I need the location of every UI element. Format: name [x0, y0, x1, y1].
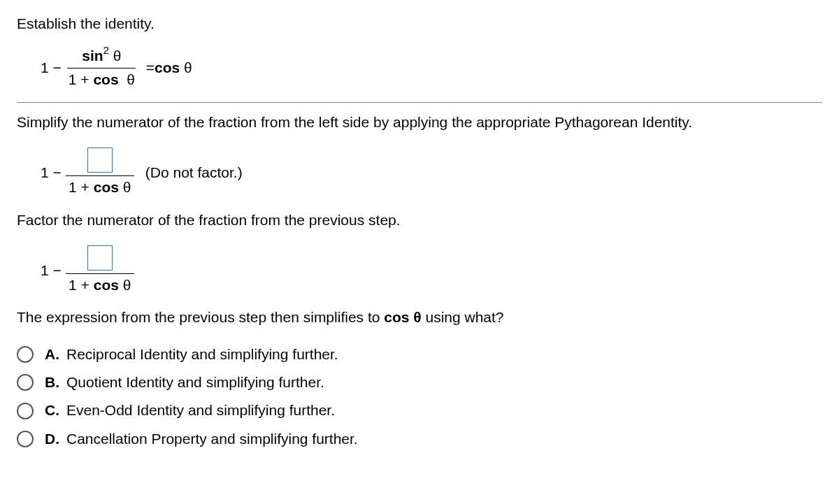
- step2-den-theta: θ: [123, 277, 131, 293]
- eq-fraction: sin2 θ 1 + cos θ: [66, 46, 138, 89]
- eq-left-prefix: 1 −: [41, 58, 62, 78]
- question-text-a: The expression from the previous step th…: [17, 309, 384, 325]
- step1-den-cos: cos: [94, 179, 119, 195]
- question-text-bold: cos θ: [384, 309, 421, 325]
- option-a[interactable]: A. Reciprocal Identity and simplifying f…: [17, 345, 822, 364]
- step1-den-theta: θ: [123, 179, 131, 195]
- step1-input[interactable]: [87, 147, 113, 173]
- eq-den-one: 1 +: [69, 71, 94, 87]
- step1-hint: (Do not factor.): [145, 163, 243, 182]
- step1-den-one: 1 +: [69, 179, 94, 195]
- option-c-letter: C.: [45, 401, 59, 420]
- eq-den-theta: θ: [127, 71, 135, 87]
- radio-b[interactable]: [17, 374, 34, 391]
- eq-rhs-theta: θ: [184, 58, 192, 78]
- prompt-text: Establish the identity.: [17, 14, 822, 34]
- options-group: A. Reciprocal Identity and simplifying f…: [17, 345, 822, 449]
- step2-text: Factor the numerator of the fraction fro…: [17, 210, 822, 230]
- step2-input[interactable]: [87, 245, 113, 271]
- step1-text: Simplify the numerator of the fraction f…: [17, 113, 822, 132]
- step2-prefix: 1 −: [41, 261, 62, 280]
- identity-equation: 1 − sin2 θ 1 + cos θ = cos θ: [41, 46, 822, 89]
- radio-a[interactable]: [17, 346, 34, 363]
- option-b-text: Quotient Identity and simplifying furthe…: [66, 373, 324, 392]
- question-text: The expression from the previous step th…: [17, 308, 822, 327]
- option-d-text: Cancellation Property and simplifying fu…: [66, 429, 358, 449]
- step2-den-one: 1 +: [69, 277, 94, 293]
- option-b[interactable]: B. Quotient Identity and simplifying fur…: [17, 373, 822, 392]
- radio-d[interactable]: [17, 431, 34, 447]
- eq-num-exp: 2: [103, 44, 109, 56]
- eq-rhs-cos: cos: [155, 58, 180, 78]
- step2-expression: 1 − 1 + cos θ: [41, 245, 822, 295]
- step2-fraction: 1 + cos θ: [66, 245, 134, 295]
- step1-expression: 1 − 1 + cos θ (Do not factor.): [41, 147, 822, 197]
- eq-equals-prefix: =: [146, 58, 155, 78]
- option-c[interactable]: C. Even-Odd Identity and simplifying fur…: [17, 401, 822, 420]
- radio-c[interactable]: [17, 403, 34, 419]
- eq-den-cos: cos: [93, 71, 122, 87]
- question-text-b: using what?: [422, 309, 504, 325]
- option-c-text: Even-Odd Identity and simplifying furthe…: [66, 401, 335, 420]
- option-d-letter: D.: [45, 429, 59, 449]
- divider: [17, 102, 822, 103]
- step2-den-cos: cos: [94, 277, 119, 293]
- eq-num-sin: sin: [82, 48, 103, 64]
- option-b-letter: B.: [45, 373, 59, 392]
- option-a-text: Reciprocal Identity and simplifying furt…: [66, 345, 338, 364]
- step1-prefix: 1 −: [41, 163, 62, 182]
- option-a-letter: A.: [45, 345, 59, 364]
- step1-fraction: 1 + cos θ: [66, 147, 134, 197]
- option-d[interactable]: D. Cancellation Property and simplifying…: [17, 429, 822, 449]
- eq-num-theta: θ: [113, 48, 122, 64]
